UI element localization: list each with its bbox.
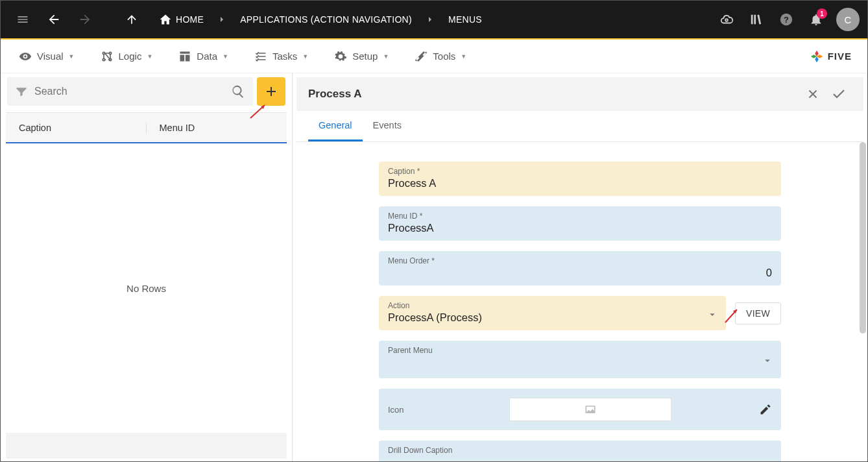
- tab-events[interactable]: Events: [363, 111, 412, 141]
- add-button[interactable]: [257, 77, 285, 106]
- action-label: Action: [388, 301, 717, 310]
- detail-tabs: General Events: [296, 111, 863, 142]
- up-button[interactable]: [117, 5, 146, 34]
- breadcrumb-home-label: HOME: [176, 14, 204, 25]
- scrollbar[interactable]: [860, 142, 866, 334]
- column-headers: Caption Menu ID: [6, 112, 287, 143]
- search-icon[interactable]: [231, 84, 245, 99]
- svg-text:?: ?: [784, 15, 789, 25]
- arrow-forward-icon: [78, 12, 92, 27]
- forward-button: [71, 5, 99, 34]
- tab-general[interactable]: General: [308, 111, 363, 141]
- notification-badge: 1: [817, 8, 827, 19]
- cloud-button[interactable]: [713, 6, 740, 33]
- tools-icon: [415, 50, 428, 63]
- breadcrumb-app-label: APPLICATIONS (ACTION NAVIGATION): [240, 14, 412, 25]
- icon-field-label: Icon: [388, 405, 466, 415]
- menu-bar: Visual▼ Logic▼ Data▼ Tasks▼ Setup▼ Tools…: [1, 40, 867, 73]
- form-area: Caption * Process A Menu ID * ProcessA M…: [293, 142, 867, 461]
- chevron-right-icon: [425, 14, 435, 25]
- menuid-value: ProcessA: [388, 222, 772, 234]
- table-icon: [178, 50, 191, 63]
- menuid-field[interactable]: Menu ID * ProcessA: [379, 206, 781, 241]
- edit-icon-button[interactable]: [759, 403, 772, 416]
- plus-icon: [263, 84, 279, 99]
- detail-header: Process A: [296, 77, 863, 111]
- col-caption[interactable]: Caption: [6, 123, 147, 133]
- avatar-letter: C: [845, 14, 852, 25]
- menu-tasks-label: Tasks: [272, 51, 297, 62]
- image-placeholder-icon: [584, 403, 597, 416]
- check-icon: [831, 86, 847, 102]
- five-logo-icon: [810, 49, 824, 64]
- arrow-back-icon: [47, 12, 61, 27]
- caption-label: Caption *: [388, 167, 772, 176]
- icon-preview: [509, 398, 671, 421]
- search-input[interactable]: [34, 86, 231, 97]
- icon-field[interactable]: Icon: [379, 389, 781, 430]
- library-button[interactable]: [743, 6, 770, 33]
- menu-icon: [16, 13, 29, 26]
- chevron-down-icon: [762, 355, 773, 367]
- chevron-down-icon: [706, 308, 718, 320]
- svg-point-4: [102, 52, 104, 54]
- save-button[interactable]: [826, 81, 852, 107]
- user-avatar[interactable]: C: [836, 8, 860, 31]
- tasks-icon: [254, 50, 267, 63]
- hamburger-menu[interactable]: [8, 5, 37, 34]
- brand-logo: FIVE: [810, 49, 860, 64]
- breadcrumb-home[interactable]: HOME: [149, 13, 214, 26]
- help-button[interactable]: ?: [773, 6, 800, 33]
- logic-icon: [101, 50, 114, 63]
- cloud-icon: [719, 12, 734, 27]
- drilldown-field[interactable]: Drill Down Caption: [379, 441, 781, 461]
- close-button[interactable]: [800, 81, 826, 107]
- empty-state: No Rows: [3, 143, 289, 433]
- list-panel: Caption Menu ID No Rows: [1, 73, 293, 461]
- svg-point-3: [24, 55, 26, 57]
- detail-title: Process A: [308, 88, 800, 101]
- eye-icon: [19, 50, 32, 63]
- notifications-button[interactable]: 1: [802, 6, 830, 33]
- help-icon: ?: [779, 12, 793, 27]
- search-box[interactable]: [7, 77, 253, 106]
- caption-field[interactable]: Caption * Process A: [379, 162, 781, 196]
- menu-visual[interactable]: Visual▼: [8, 45, 85, 68]
- menu-setup-label: Setup: [352, 51, 378, 62]
- col-menuid[interactable]: Menu ID: [147, 123, 208, 133]
- breadcrumb-applications[interactable]: APPLICATIONS (ACTION NAVIGATION): [230, 14, 422, 25]
- menu-tools-label: Tools: [433, 51, 455, 62]
- action-value: ProcessA (Process): [388, 311, 717, 324]
- parentmenu-label: Parent Menu: [388, 346, 772, 355]
- menu-setup[interactable]: Setup▼: [324, 45, 399, 68]
- close-icon: [806, 87, 820, 101]
- chevron-right-icon: [217, 14, 227, 25]
- breadcrumb-menus[interactable]: MENUS: [438, 14, 492, 25]
- menu-tasks[interactable]: Tasks▼: [244, 45, 319, 68]
- menu-logic-label: Logic: [119, 51, 142, 62]
- menu-tools[interactable]: Tools▼: [404, 45, 477, 68]
- svg-point-6: [102, 58, 104, 60]
- parentmenu-field[interactable]: Parent Menu: [379, 341, 781, 378]
- back-button[interactable]: [40, 5, 68, 34]
- drilldown-label: Drill Down Caption: [388, 446, 772, 455]
- home-icon: [159, 13, 172, 26]
- menu-visual-label: Visual: [37, 51, 64, 62]
- svg-point-5: [109, 52, 111, 54]
- menu-data-label: Data: [197, 51, 217, 62]
- books-icon: [749, 12, 764, 27]
- menuid-label: Menu ID *: [388, 212, 772, 221]
- gear-icon: [334, 50, 347, 63]
- caption-value: Process A: [388, 177, 772, 189]
- filter-icon[interactable]: [15, 85, 28, 98]
- menu-logic[interactable]: Logic▼: [90, 45, 163, 68]
- view-button[interactable]: VIEW: [735, 302, 781, 324]
- breadcrumb-menus-label: MENUS: [448, 14, 482, 25]
- top-header: HOME APPLICATIONS (ACTION NAVIGATION) ME…: [1, 1, 867, 38]
- pencil-icon: [759, 403, 772, 416]
- menuorder-field[interactable]: Menu Order * 0: [379, 251, 781, 286]
- menu-data[interactable]: Data▼: [168, 45, 239, 68]
- brand-text: FIVE: [828, 51, 852, 62]
- arrow-up-icon: [125, 13, 138, 26]
- action-field[interactable]: Action ProcessA (Process): [379, 296, 726, 330]
